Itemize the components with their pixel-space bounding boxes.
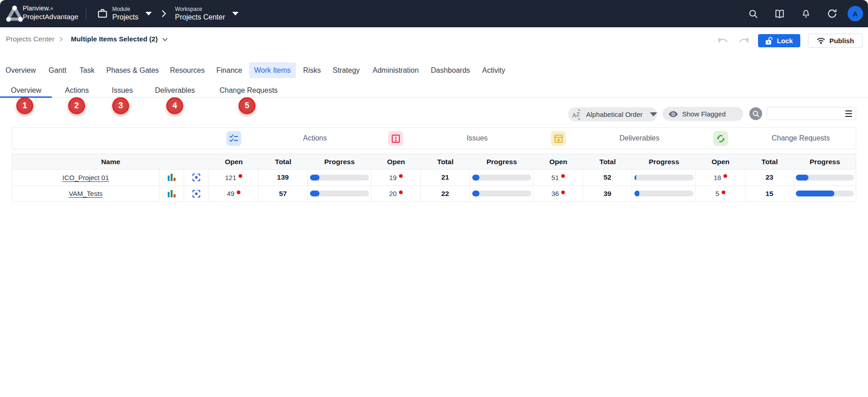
svg-text:A: A	[572, 111, 576, 118]
svg-text:Z: Z	[576, 111, 580, 117]
